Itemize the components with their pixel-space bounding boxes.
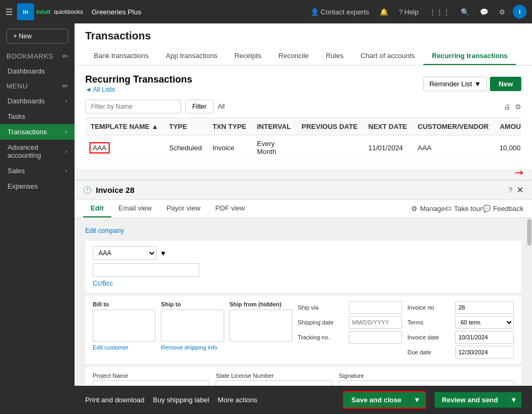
tab-app-transactions[interactable]: App transactions [157, 47, 226, 65]
inv-tab-edit[interactable]: Edit [83, 200, 111, 217]
recurring-left: Recurring Transactions ◄ All Lists [85, 74, 192, 93]
tab-recurring-transactions[interactable]: Recurring transactions [423, 47, 516, 65]
tab-reconcile[interactable]: Reconcile [270, 47, 317, 65]
chevron-right-icon-2: › [66, 129, 67, 135]
all-lists-link[interactable]: ◄ All Lists [85, 86, 115, 93]
col-previous-date[interactable]: PREVIOUS DATE [296, 118, 363, 135]
col-interval[interactable]: INTERVAL [252, 118, 297, 135]
recurring-table: TEMPLATE NAME ▲ TYPE TXN TYPE INTERVAL P… [85, 118, 521, 160]
recurring-header: Recurring Transactions ◄ All Lists Remin… [85, 74, 521, 93]
new-button[interactable]: + New [6, 29, 68, 44]
menu-edit-icon[interactable]: ✏ [62, 82, 69, 90]
buy-shipping-label-btn[interactable]: Buy shipping label [153, 396, 209, 404]
sidebar-item-expenses[interactable]: Expenses [0, 178, 75, 194]
close-button[interactable]: ✕ [517, 185, 523, 195]
invoice-no-input[interactable] [455, 301, 514, 314]
signature-input[interactable] [339, 380, 514, 386]
terms-select[interactable]: 60 term [455, 316, 514, 329]
invoice-date-input[interactable] [455, 331, 514, 344]
col-txn-type[interactable]: TXN TYPE [207, 118, 252, 135]
notifications-btn[interactable]: 🔔 [377, 6, 391, 18]
recurring-new-btn[interactable]: New [490, 77, 521, 91]
sidebar-item-transactions[interactable]: Transactions › [0, 124, 75, 140]
help-btn[interactable]: ? Help [396, 6, 422, 18]
template-name-highlight: AAA [91, 143, 109, 152]
take-tour-btn[interactable]: 🏷 Take tour [445, 200, 482, 217]
reminder-list-btn[interactable]: Reminder List ▼ [423, 77, 487, 91]
ship-via-input[interactable] [349, 301, 402, 314]
tab-chart-of-accounts[interactable]: Chart of accounts [352, 47, 423, 65]
edit-customer-link[interactable]: Edit customer [93, 344, 128, 351]
filter-by-name-input[interactable] [85, 100, 181, 113]
scroll-thumb[interactable] [527, 219, 531, 246]
recurring-table-container: TEMPLATE NAME ▲ TYPE TXN TYPE INTERVAL P… [85, 118, 521, 160]
sidebar-item-bookmark[interactable]: Dashboards [0, 63, 75, 79]
col-type[interactable]: TYPE [163, 118, 207, 135]
state-license-input[interactable] [216, 380, 332, 386]
tab-receipts[interactable]: Receipts [226, 47, 270, 65]
cc-bcc-link[interactable]: Cc/Bcc [93, 280, 113, 287]
help-circle-btn[interactable]: ? [509, 186, 512, 194]
customer-select[interactable]: AAA [93, 246, 157, 260]
page-header: Transactions Bank transactions App trans… [75, 23, 532, 66]
avatar[interactable]: I [513, 5, 527, 19]
print-icon[interactable]: 🖨 [504, 103, 511, 111]
table-row: AAA Scheduled Invoice Every Month 11/01/… [85, 135, 521, 160]
ship-from-textarea[interactable] [230, 310, 292, 342]
chevron-right-icon-4: › [66, 168, 67, 174]
recurring-title: Recurring Transactions [85, 74, 192, 85]
col-next-date[interactable]: NEXT DATE [363, 118, 413, 135]
sidebar-item-sales[interactable]: Sales › [0, 163, 75, 178]
project-name-input[interactable] [93, 380, 209, 386]
sidebar-item-advanced-accounting[interactable]: Advanced accounting › [0, 140, 75, 163]
feedback-btn[interactable]: 💬 Feedback [482, 200, 523, 217]
content-area: Transactions Bank transactions App trans… [75, 23, 532, 414]
inv-tab-payor-view[interactable]: Payor view [159, 200, 208, 217]
edit-company-link[interactable]: Edit company [85, 227, 124, 234]
red-arrow-indicator: ↖ [511, 166, 527, 181]
settings-btn[interactable]: ⚙ [496, 6, 509, 18]
print-download-btn[interactable]: Print and download [85, 396, 144, 404]
due-date-input[interactable] [455, 346, 514, 359]
filter-button[interactable]: Filter [185, 100, 214, 113]
inv-tab-pdf-view[interactable]: PDF view [208, 200, 252, 217]
invoice-no-label: Invoice no. [407, 304, 436, 311]
help-icon: ? [399, 8, 403, 16]
shipping-date-input[interactable] [349, 316, 402, 329]
col-template-name[interactable]: TEMPLATE NAME ▲ [85, 118, 163, 135]
ship-fields: Ship via Shipping date Tracking no. [298, 301, 402, 344]
apps-grid-btn[interactable]: ⋮⋮⋮ [426, 6, 453, 18]
more-actions-btn[interactable]: More actions [218, 396, 257, 404]
type-cell: Scheduled [163, 135, 207, 160]
scroll-track [527, 218, 532, 386]
save-close-dropdown-btn[interactable]: ▼ [409, 392, 425, 408]
inv-tab-email-view[interactable]: Email view [111, 200, 159, 217]
search-btn[interactable]: 🔍 [457, 6, 472, 18]
review-send-dropdown-btn[interactable]: ▼ [505, 392, 521, 408]
dropdown-arrow-icon: ▼ [474, 80, 481, 88]
ship-from-section: Ship from (hidden) [230, 301, 292, 343]
tracking-no-input[interactable] [349, 331, 402, 344]
all-label: All [218, 103, 225, 110]
review-send-btn[interactable]: Review and send [435, 392, 505, 408]
remove-shipping-link[interactable]: Remove shipping info [161, 344, 217, 351]
sidebar-item-dashboards[interactable]: Dashboards › [0, 93, 75, 109]
bill-to-textarea[interactable] [93, 310, 155, 342]
tab-rules[interactable]: Rules [317, 47, 352, 65]
save-close-btn[interactable]: Save and close [344, 392, 409, 408]
edit-icon[interactable]: ✏ [62, 52, 69, 60]
contact-experts-btn[interactable]: 👤 Contact experts [307, 6, 372, 18]
manage-btn[interactable]: ⚙ Manage [411, 200, 445, 217]
col-customer-vendor[interactable]: CUSTOMER/VENDOR [412, 118, 494, 135]
tab-bank-transactions[interactable]: Bank transactions [85, 47, 157, 65]
email-input[interactable] [93, 263, 199, 277]
gear-icon[interactable]: ⚙ [515, 103, 521, 111]
col-amount[interactable]: AMOUNT [494, 118, 521, 135]
messages-btn[interactable]: 💬 [477, 6, 492, 18]
invoice-date-label: Invoice date [407, 334, 439, 340]
tabs-bar: Bank transactions App transactions Recei… [85, 47, 521, 65]
ship-to-section: Ship to Remove shipping info [161, 301, 224, 351]
sidebar-item-tasks[interactable]: Tasks [0, 109, 75, 124]
hamburger-icon[interactable]: ☰ [5, 7, 13, 17]
ship-to-textarea[interactable] [161, 310, 224, 342]
